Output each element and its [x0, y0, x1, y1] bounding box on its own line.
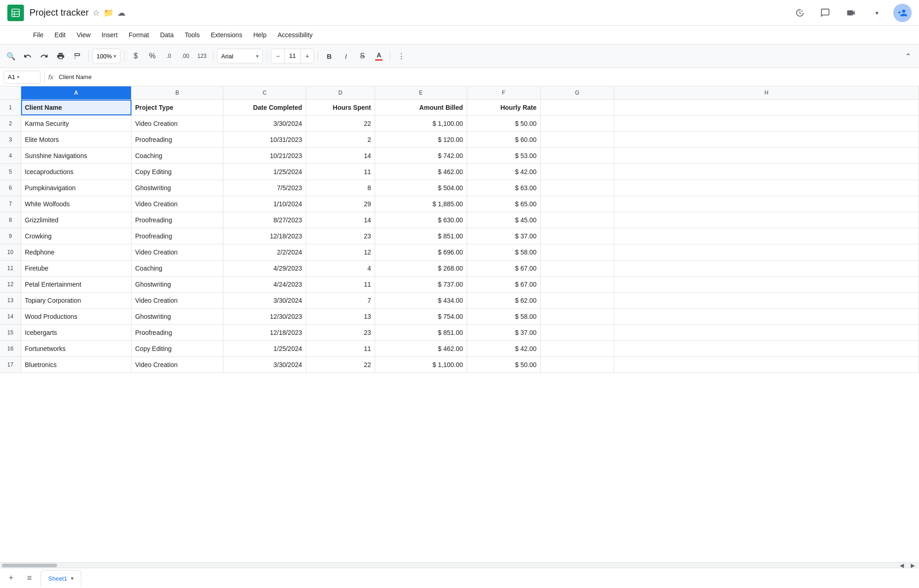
cell[interactable] [541, 357, 614, 373]
cell[interactable]: Ghostwriting [131, 180, 223, 196]
cell[interactable] [541, 325, 614, 340]
cell[interactable]: White Wolfoods [21, 196, 131, 212]
cell[interactable]: Icebergarts [21, 325, 131, 340]
row-number[interactable]: 3 [0, 132, 21, 147]
cell[interactable] [614, 357, 919, 373]
scroll-right-icon[interactable]: ▶ [908, 561, 917, 568]
cell[interactable]: Coaching [131, 260, 223, 276]
menu-file[interactable]: File [28, 29, 49, 40]
font-size-increase[interactable]: + [301, 49, 314, 63]
cell[interactable]: 4/24/2023 [223, 277, 306, 292]
row-number[interactable]: 4 [0, 148, 21, 164]
history-icon[interactable] [790, 4, 809, 22]
col-header-g[interactable]: G [541, 86, 614, 99]
cloud-icon[interactable]: ☁ [117, 8, 126, 18]
cell[interactable]: 29 [306, 196, 375, 212]
cell[interactable]: $ 50.00 [467, 357, 541, 373]
cell[interactable]: 2/2/2024 [223, 244, 306, 260]
menu-edit[interactable]: Edit [49, 29, 71, 40]
cell[interactable]: $ 62.00 [467, 293, 541, 308]
cell[interactable]: 8 [306, 180, 375, 196]
cell[interactable]: 4/29/2023 [223, 260, 306, 276]
zoom-dropdown[interactable]: 100% ▾ [92, 49, 120, 63]
cell[interactable] [614, 148, 919, 164]
cell[interactable]: Crowking [21, 228, 131, 244]
cell[interactable]: Grizzlimited [21, 212, 131, 228]
cell[interactable]: $ 67.00 [467, 277, 541, 292]
cell[interactable] [614, 196, 919, 212]
decimal-dec-btn[interactable]: .0 [161, 49, 176, 63]
font-family-dropdown[interactable]: Arial ▾ [217, 49, 263, 63]
row-number[interactable]: 17 [0, 357, 21, 373]
paint-format-icon[interactable] [70, 49, 85, 63]
cell[interactable] [541, 100, 614, 115]
cell[interactable] [614, 277, 919, 292]
cell[interactable]: Ghostwriting [131, 309, 223, 324]
menu-tools[interactable]: Tools [179, 29, 205, 40]
cell[interactable]: $ 67.00 [467, 260, 541, 276]
cell[interactable]: $ 504.00 [375, 180, 467, 196]
cell[interactable]: 8/27/2023 [223, 212, 306, 228]
menu-help[interactable]: Help [248, 29, 272, 40]
cell[interactable]: 14 [306, 212, 375, 228]
comments-icon[interactable] [816, 4, 834, 22]
cell[interactable]: 12/18/2023 [223, 325, 306, 340]
cell[interactable] [614, 325, 919, 340]
scrollbar-thumb[interactable] [2, 564, 57, 567]
strikethrough-button[interactable]: S [355, 49, 370, 63]
cell[interactable]: $ 58.00 [467, 309, 541, 324]
row-number[interactable]: 12 [0, 277, 21, 292]
cell[interactable] [614, 100, 919, 115]
cell[interactable]: $ 65.00 [467, 196, 541, 212]
avatar[interactable] [893, 4, 912, 22]
cell[interactable]: Copy Editing [131, 164, 223, 180]
italic-button[interactable]: I [338, 49, 353, 63]
cell[interactable]: Sunshine Navigations [21, 148, 131, 164]
cell[interactable]: Proofreading [131, 132, 223, 147]
cell[interactable]: $ 434.00 [375, 293, 467, 308]
cell[interactable]: Hours Spent [306, 100, 375, 115]
cell[interactable]: Firetube [21, 260, 131, 276]
cell[interactable]: $ 696.00 [375, 244, 467, 260]
cell[interactable]: $ 630.00 [375, 212, 467, 228]
col-header-h[interactable]: H [614, 86, 919, 99]
cell[interactable]: $ 50.00 [467, 116, 541, 131]
cell[interactable] [541, 228, 614, 244]
cell[interactable]: $ 42.00 [467, 164, 541, 180]
cell[interactable]: $ 462.00 [375, 341, 467, 356]
row-number[interactable]: 13 [0, 293, 21, 308]
menu-extensions[interactable]: Extensions [205, 29, 247, 40]
col-header-c[interactable]: C [223, 86, 306, 99]
cell[interactable]: 23 [306, 325, 375, 340]
cell[interactable]: Hourly Rate [467, 100, 541, 115]
cell[interactable]: 1/10/2024 [223, 196, 306, 212]
cell[interactable]: 14 [306, 148, 375, 164]
cell[interactable]: 11 [306, 164, 375, 180]
cell[interactable]: 12 [306, 244, 375, 260]
star-icon[interactable]: ☆ [92, 8, 100, 18]
cell[interactable]: Project Type [131, 100, 223, 115]
undo-icon[interactable] [20, 49, 35, 63]
cell[interactable]: Elite Motors [21, 132, 131, 147]
cell[interactable]: $ 63.00 [467, 180, 541, 196]
cell[interactable] [541, 116, 614, 131]
cell[interactable] [541, 148, 614, 164]
cell[interactable]: Video Creation [131, 293, 223, 308]
bold-button[interactable]: B [322, 49, 337, 63]
cell[interactable]: 13 [306, 309, 375, 324]
cell[interactable]: $ 58.00 [467, 244, 541, 260]
percent-btn[interactable]: % [145, 49, 160, 63]
cell[interactable] [541, 180, 614, 196]
cell[interactable]: $ 851.00 [375, 228, 467, 244]
cell[interactable]: Video Creation [131, 357, 223, 373]
cell[interactable]: Icecaproductions [21, 164, 131, 180]
cell[interactable] [541, 293, 614, 308]
menu-view[interactable]: View [71, 29, 96, 40]
row-number[interactable]: 2 [0, 116, 21, 131]
col-header-e[interactable]: E [375, 86, 467, 99]
row-number[interactable]: 11 [0, 260, 21, 276]
cell[interactable]: 4 [306, 260, 375, 276]
cell[interactable] [614, 260, 919, 276]
cell[interactable] [614, 212, 919, 228]
row-number[interactable]: 6 [0, 180, 21, 196]
